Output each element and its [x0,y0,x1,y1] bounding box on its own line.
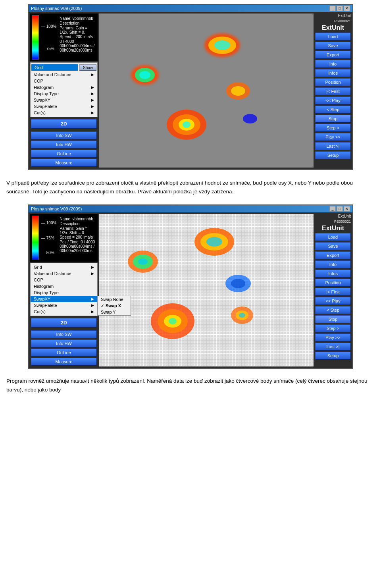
btn-position-2[interactable]: Position [315,279,351,287]
window-title-2: Plosny snimac V09 (2009) [31,206,82,211]
btn-save-2[interactable]: Save [315,242,351,250]
btn-info-2[interactable]: Info [315,260,351,268]
svg-point-29 [169,318,177,324]
svg-point-32 [239,313,245,318]
menu-display-type-1[interactable]: Display Type ▶ [31,91,97,97]
svg-point-25 [231,279,245,288]
params-label-2: Params: [60,226,74,231]
btn-info-1[interactable]: Info [315,60,351,68]
menu-swappalete-2[interactable]: SwapPalete ▶ [31,302,97,308]
menu-swapxy-container-2: SwapXY ▶ Swap None ✓ Swap X Swap Y [31,296,97,302]
name-label-2: Name: [60,217,71,221]
info-header-1: Name: vbbnnmnbb Description Params: Gain… [59,15,96,60]
btn-measure-2[interactable]: Measure [31,358,97,366]
minimize-btn-1[interactable]: _ [329,6,336,11]
btn-infos-1[interactable]: Infos [315,69,351,77]
close-btn-1[interactable]: ✕ [344,6,350,11]
menu-cop-1[interactable]: COP [31,78,97,84]
colorbar-labels-2: — 100% — 75% — 50% [41,216,56,260]
menu-histogram-1[interactable]: Histogram ▶ [31,84,97,91]
title-bar-2: Plosny snimac V09 (2009) _ □ ✕ [29,205,352,212]
btn-step-back-1[interactable]: < Step [315,106,351,114]
btn-export-1[interactable]: Export [315,51,351,59]
pos-time-label-2: Pos / Time: [60,240,79,244]
menu-value-distance-2[interactable]: Value and Distance ▶ [31,270,97,277]
paragraph-2-text: Program rovněž umožňuje nastavit několik… [6,377,375,394]
btn-online-1[interactable]: OnLine [31,150,97,158]
maximize-btn-1[interactable]: □ [337,6,343,11]
menu-cop-2[interactable]: COP [31,277,97,283]
btn-play-fwd-2[interactable]: Play >> [315,334,351,341]
btn-last-1[interactable]: Last >| [315,142,351,150]
btn-setup-2[interactable]: Setup [315,352,351,360]
btn-infos-2[interactable]: Infos [315,270,351,278]
window-body-1: — 100% — 75% Name: vbbnnmnbb Description… [29,12,352,169]
canvas-area-1 [99,13,314,168]
btn-step-fwd-2[interactable]: Step > [315,324,351,332]
btn-export-2[interactable]: Export [315,251,351,259]
ext-unit-id-2: PS000021 [315,220,351,224]
maximize-btn-2[interactable]: □ [337,206,343,212]
btn-first-1[interactable]: |< First [315,87,351,95]
btn-load-1[interactable]: Load [315,33,351,40]
menu-grid-2[interactable]: Grid ▶ [31,264,97,270]
menu-swapxy-2[interactable]: SwapXY ▶ [31,296,97,302]
minimize-btn-2[interactable]: _ [329,206,336,212]
close-btn-2[interactable]: ✕ [344,206,350,212]
btn-measure-1[interactable]: Measure [31,159,97,167]
btn-info-sw-2[interactable]: Info SW [31,330,97,338]
swap-x-option[interactable]: ✓ Swap X [98,303,131,309]
window-title-1: Plosny snimac V09 (2009) [31,6,82,11]
btn-load-2[interactable]: Load [315,233,351,241]
btn-online-2[interactable]: OnLine [31,349,97,357]
swap-none-option[interactable]: Swap None [98,296,131,303]
ext-unit-id-1: PS000021 [315,19,351,23]
window-body-2: — 100% — 75% — 50% Name: vbbnnmnbb Descr… [29,212,352,368]
menu-swapxy-1[interactable]: SwapXY ▶ [31,97,97,103]
colorbar-labels-1: — 100% — 75% [41,15,56,60]
menu-grid-1[interactable]: Grid [31,64,78,71]
btn-2d-2[interactable]: 2D [31,318,97,328]
paragraph-1-text: V případě potřeby lze souřadnice pro zob… [6,179,375,196]
btn-save-1[interactable]: Save [315,42,351,50]
ext-unit-label-1: ExtUnit [315,13,351,18]
title-bar-1: Plosny snimac V09 (2009) _ □ ✕ [29,5,352,12]
btn-info-hw-2[interactable]: Info HW [31,339,97,347]
description-label-2: Description [60,222,95,226]
btn-position-1[interactable]: Position [315,78,351,86]
svg-point-8 [231,86,245,96]
svg-point-13 [243,114,257,123]
btn-last-2[interactable]: Last >| [315,343,351,351]
btn-play-back-1[interactable]: << Play [315,96,351,104]
svg-point-3 [214,40,230,50]
svg-point-6 [139,71,150,79]
btn-stop-2[interactable]: Stop [315,315,351,323]
btn-first-2[interactable]: |< First [315,288,351,296]
btn-info-hw-1[interactable]: Info HW [31,141,97,148]
menu-value-distance-1[interactable]: Value and Distance ▶ [31,71,97,78]
menu-display-type-2[interactable]: Display Type [31,289,97,296]
name-value-2: vbbnnmnbb [73,217,93,221]
show-button-1[interactable]: Show [79,64,96,71]
btn-play-fwd-1[interactable]: Play >> [315,133,351,141]
menu-cuts-1[interactable]: Cut(s) ▶ [31,110,97,116]
svg-point-12 [183,121,190,128]
btn-setup-1[interactable]: Setup [315,151,351,159]
btn-2d-1[interactable]: 2D [31,119,97,129]
info-header-2: Name: vbbnnmnbb Description Params: Gain… [59,216,96,260]
svg-point-23 [138,258,148,265]
pressure-map-1 [99,13,314,168]
menu-swappalete-1[interactable]: SwapPalete ▶ [31,103,97,110]
menu-cuts-2[interactable]: Cut(s) ▶ [31,308,97,315]
right-panel-1: ExtUnit PS000021 ExtUnit Load Save Expor… [315,13,351,168]
side-buttons-2: Info SW Info HW OnLine Measure [31,330,97,366]
swap-y-option[interactable]: Swap Y [98,309,131,315]
menu-histogram-2[interactable]: Histogram [31,283,97,289]
side-buttons-1: Info SW Info HW OnLine Measure [31,131,97,167]
btn-info-sw-1[interactable]: Info SW [31,131,97,139]
colorbar-label-75-2: — 75% [41,236,56,240]
btn-play-back-2[interactable]: << Play [315,297,351,305]
btn-step-fwd-1[interactable]: Step > [315,124,351,132]
btn-stop-1[interactable]: Stop [315,115,351,123]
btn-step-back-2[interactable]: < Step [315,306,351,314]
